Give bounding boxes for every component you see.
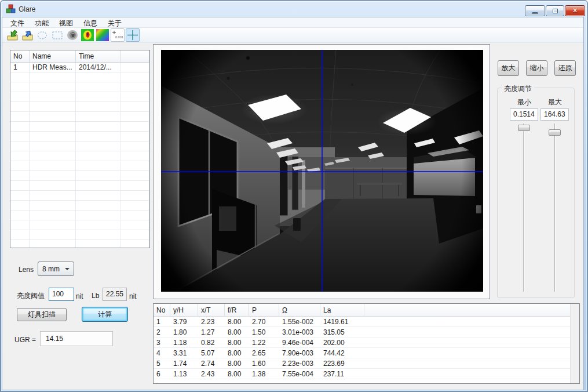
table-cell: 5: [154, 358, 170, 369]
table-row-empty: [10, 191, 149, 201]
table-header: NoNameTime: [10, 50, 149, 63]
scan-button[interactable]: 灯具扫描: [17, 308, 67, 321]
minimize-icon: [532, 12, 538, 14]
minimize-button[interactable]: [525, 5, 545, 16]
column-header[interactable]: Name: [30, 50, 76, 63]
scrollbar-track[interactable]: [570, 304, 579, 383]
table-cell-filler: [364, 348, 579, 358]
column-header[interactable]: Ω: [279, 304, 320, 317]
table-cell: 1: [10, 63, 30, 72]
table-row[interactable]: 13.792.238.002.701.55e-0021419.61: [154, 317, 579, 327]
table-cell: 4: [154, 348, 170, 358]
table-cell: 237.11: [320, 369, 364, 379]
table-row[interactable]: 31.180.828.001.229.46e-004202.00: [154, 337, 579, 348]
close-button[interactable]: ✕: [565, 5, 585, 16]
table-cell-filler: [120, 201, 149, 210]
lens-select[interactable]: 8 mm: [38, 262, 74, 276]
svg-text:0.001: 0.001: [115, 35, 123, 39]
column-header[interactable]: y/H: [170, 304, 198, 317]
lens-label: Lens: [19, 266, 34, 274]
menu-item-file[interactable]: 文件: [5, 17, 30, 28]
table-row-empty: [10, 220, 149, 230]
zoom-in-button[interactable]: 放大: [498, 60, 519, 76]
table-cell: [154, 379, 170, 384]
table-cell: 1.22: [249, 337, 279, 348]
table-cell: 8.00: [225, 348, 249, 358]
import-icon[interactable]: [5, 28, 19, 42]
table-cell: [30, 181, 76, 191]
table-cell: [76, 112, 120, 122]
table-cell-filler: [120, 82, 149, 92]
max-value-input[interactable]: 164.63: [540, 108, 569, 121]
table-cell: [76, 102, 120, 112]
table-cell: 744.42: [320, 348, 364, 358]
column-header[interactable]: x/T: [198, 304, 225, 317]
max-slider-track[interactable]: [554, 124, 555, 292]
table-row[interactable]: 1HDR Meas...2014/12/...: [10, 63, 149, 72]
falsecolor-view-icon[interactable]: [81, 28, 94, 42]
zoom-out-button[interactable]: 缩小: [526, 60, 547, 76]
hdr-image-viewer[interactable]: [161, 50, 483, 292]
threshold-input[interactable]: 100: [49, 288, 74, 301]
export-icon[interactable]: [20, 28, 34, 42]
table-cell: 3.31: [170, 348, 198, 358]
rect-select-icon[interactable]: [50, 28, 64, 42]
table-row[interactable]: 43.315.078.002.657.90e-003744.42: [154, 348, 579, 358]
table-cell-filler: [120, 92, 149, 102]
table-row-empty: [10, 230, 149, 240]
table-cell: 3.79: [170, 317, 198, 327]
menu-item-about[interactable]: 关于: [103, 17, 127, 28]
table-body: 13.792.238.002.701.55e-0021419.6121.801.…: [154, 317, 579, 384]
table-cell: 1.60: [249, 358, 279, 369]
max-slider-thumb[interactable]: [549, 129, 561, 136]
table-row[interactable]: 21.801.278.001.503.01e-003315.05: [154, 327, 579, 337]
table-cell: 8.00: [225, 327, 249, 337]
column-header[interactable]: f/R: [225, 304, 249, 317]
table-cell: 2.70: [249, 317, 279, 327]
table-cell: 1.27: [198, 327, 225, 337]
table-cell-filler: [120, 220, 149, 230]
table-row-empty: [10, 112, 149, 122]
column-header[interactable]: Time: [76, 50, 120, 63]
table-cell: 0.82: [198, 337, 225, 348]
crosshair-icon[interactable]: [126, 28, 140, 42]
hdr-photo: [161, 50, 483, 292]
table-cell: [10, 220, 30, 230]
palette-icon[interactable]: [96, 28, 109, 42]
calculate-button[interactable]: 计算: [82, 307, 128, 322]
table-cell-filler: [120, 72, 149, 82]
min-value-input[interactable]: 0.1514: [510, 108, 538, 121]
table-cell: 2.43: [198, 369, 225, 379]
table-cell: [10, 171, 30, 181]
menu-item-info[interactable]: 信息: [78, 17, 103, 28]
maximize-button[interactable]: [546, 5, 564, 16]
min-slider-thumb[interactable]: [518, 125, 530, 131]
table-cell: [10, 151, 30, 161]
menu-item-function[interactable]: 功能: [30, 17, 54, 28]
table-row-empty: [10, 72, 149, 82]
table-cell: [10, 230, 30, 240]
table-cell: [30, 191, 76, 201]
table-cell: [279, 379, 320, 384]
glare-results-table: Noy/Hx/Tf/RPΩLa 13.792.238.002.701.55e-0…: [153, 303, 580, 384]
table-row[interactable]: 51.742.748.001.602.23e-003223.69: [154, 358, 579, 369]
column-header[interactable]: No: [154, 304, 170, 317]
table-cell: [10, 210, 30, 220]
reset-button[interactable]: 还原: [554, 60, 576, 76]
table-row-empty: [10, 102, 149, 112]
lasso-select-icon[interactable]: [35, 28, 49, 42]
threshold-unit: nit: [76, 292, 83, 300]
point-measure-icon[interactable]: 0.001: [111, 28, 125, 42]
threshold-label: 亮度阀值: [17, 291, 45, 301]
column-header[interactable]: P: [249, 304, 279, 317]
title-bar[interactable]: Glare ✕: [1, 1, 587, 17]
table-row[interactable]: 61.132.438.001.387.55e-004237.11: [154, 369, 579, 379]
close-icon: ✕: [572, 8, 578, 14]
menu-item-view[interactable]: 视图: [54, 17, 78, 28]
min-slider-track[interactable]: [523, 124, 524, 292]
column-header[interactable]: No: [10, 50, 30, 63]
table-cell: 223.69: [320, 358, 364, 369]
table-cell-filler: [364, 379, 579, 384]
grayscale-view-icon[interactable]: [65, 28, 79, 42]
column-header[interactable]: La: [320, 304, 364, 317]
